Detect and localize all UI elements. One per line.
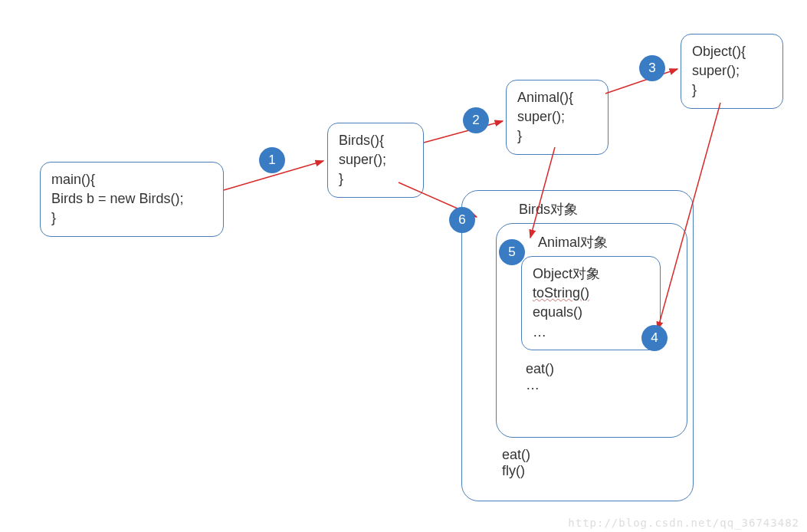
birds-method-eat: eat() <box>502 447 682 463</box>
birds-obj-label: Birds对象 <box>473 200 682 218</box>
animal-line2: super(); <box>517 107 597 126</box>
birds-method-fly: fly() <box>502 463 682 479</box>
step-5-badge: 5 <box>499 239 525 265</box>
object-line1: Object(){ <box>692 42 772 61</box>
step-2-badge: 2 <box>463 107 489 133</box>
birds-line1: Birds(){ <box>339 131 412 150</box>
step-6-badge: 6 <box>449 207 475 233</box>
object-object-container: Object对象 toString() equals() … <box>521 256 661 350</box>
object-method-more: … <box>533 323 649 342</box>
object-line2: super(); <box>692 61 772 80</box>
animal-method-more: … <box>526 377 676 393</box>
animal-obj-label: Animal对象 <box>507 233 676 251</box>
animal-method-eat: eat() <box>526 361 676 377</box>
box-object: Object(){ super(); } <box>681 34 783 109</box>
step-3-badge: 3 <box>639 55 665 81</box>
main-line1: main(){ <box>51 170 212 189</box>
object-line3: } <box>692 80 772 100</box>
main-line2: Birds b = new Birds(); <box>51 189 212 209</box>
main-line3: } <box>51 209 212 228</box>
step-1-badge: 1 <box>259 147 285 173</box>
birds-line2: super(); <box>339 150 412 169</box>
animal-line3: } <box>517 126 597 146</box>
object-obj-label: Object对象 <box>533 264 649 284</box>
birds-line3: } <box>339 169 412 189</box>
box-main: main(){ Birds b = new Birds(); } <box>40 162 224 237</box>
watermark: http://blog.csdn.net/qq_36743482 <box>568 517 799 529</box>
animal-line1: Animal(){ <box>517 88 597 107</box>
object-method-equals: equals() <box>533 303 649 322</box>
step-4-badge: 4 <box>641 325 668 351</box>
object-method-tostring: toString() <box>533 284 649 303</box>
box-birds: Birds(){ super(); } <box>327 123 424 198</box>
box-animal: Animal(){ super(); } <box>506 80 609 155</box>
